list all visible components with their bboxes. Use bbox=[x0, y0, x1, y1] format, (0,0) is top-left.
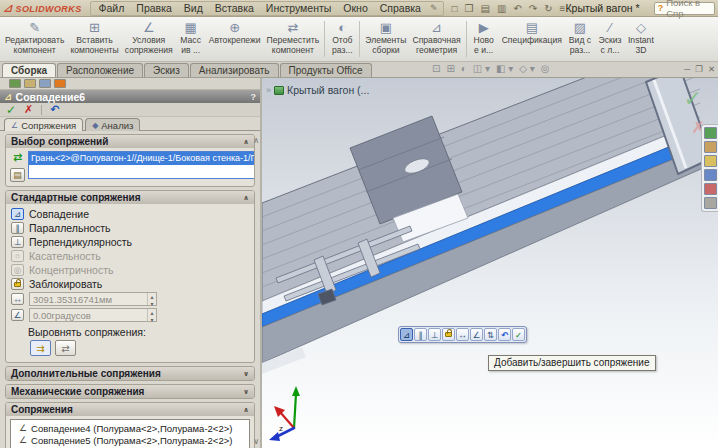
swap-alignment-icon[interactable]: ⇄ bbox=[13, 151, 22, 164]
tab-mates[interactable]: ∠ Сопряжения bbox=[4, 118, 83, 131]
coincident-button[interactable]: ⊿ bbox=[400, 328, 413, 341]
lock-button[interactable] bbox=[442, 328, 455, 341]
help-question-icon[interactable]: ? bbox=[251, 92, 257, 102]
rebuild-icon[interactable]: ↻ bbox=[544, 3, 552, 14]
tab-sketch[interactable]: Эскиз bbox=[144, 63, 189, 77]
mate-list-item[interactable]: ∠ Совпадение4 (Полурама<2>,Полурама-2<2>… bbox=[11, 422, 249, 434]
menu-tools[interactable]: Инструменты bbox=[260, 2, 337, 14]
undo-mate-button[interactable]: ↶ bbox=[498, 328, 511, 341]
advanced-mates-header[interactable]: Дополнительные сопряжения ∨ bbox=[6, 367, 254, 380]
tab-layout[interactable]: Расположение bbox=[57, 63, 143, 77]
configuration-manager-tab-icon[interactable] bbox=[39, 79, 51, 88]
help-search-box[interactable]: ? Поиск в Спр bbox=[654, 2, 715, 15]
menu-insert[interactable]: Вставка bbox=[209, 2, 260, 14]
edit-component-button[interactable]: ✎ Редактировать компонент bbox=[2, 18, 67, 60]
section-view-icon[interactable]: ◫ ▾ bbox=[473, 63, 490, 74]
redo-icon[interactable]: ↷ bbox=[529, 3, 537, 14]
feature-tree-flyout[interactable]: » Крытый вагон (... bbox=[266, 84, 369, 96]
close-icon[interactable]: ✕ bbox=[708, 64, 715, 74]
exploded-view-button[interactable]: ▨ Вид с раз... bbox=[565, 18, 595, 60]
task-pane-appearances-icon[interactable] bbox=[704, 183, 717, 195]
standard-mates-header[interactable]: Стандартные сопряжения ∧ bbox=[6, 191, 254, 204]
anti-aligned-button[interactable]: ⇄ bbox=[55, 340, 76, 356]
undo-icon[interactable]: ↶ bbox=[513, 3, 521, 14]
spin-down-icon[interactable]: ▾ bbox=[150, 300, 153, 307]
task-pane-view-palette-icon[interactable] bbox=[704, 169, 717, 181]
feature-tree-tab-icon[interactable] bbox=[9, 79, 21, 88]
mate-selections-header[interactable]: Выбор сопряжений ∧ bbox=[6, 135, 254, 148]
mate-button[interactable]: ∠ Условия сопряжения bbox=[122, 18, 176, 60]
tab-analysis[interactable]: ◆ Анализ bbox=[85, 118, 140, 131]
mate-type-lock[interactable]: Заблокировать bbox=[6, 277, 254, 291]
restore-icon[interactable]: ❐ bbox=[695, 64, 703, 74]
new-document-icon[interactable]: □ bbox=[452, 3, 458, 14]
spin-up-icon[interactable]: ▴ bbox=[150, 293, 153, 300]
spin-up-icon[interactable]: ▴ bbox=[150, 309, 153, 316]
instant3d-button[interactable]: ◇ Instant 3D bbox=[625, 18, 657, 60]
open-document-icon[interactable]: ❐ bbox=[465, 3, 474, 14]
distance-spinner[interactable]: ▴ ▾ bbox=[147, 293, 156, 305]
print-icon[interactable]: ▥ bbox=[497, 3, 506, 14]
panel-scroll-down-icon[interactable]: ∨ bbox=[253, 437, 259, 446]
mate-type-perpendicular[interactable]: ⊥ Перпендикулярность bbox=[6, 235, 254, 249]
reference-geometry-button[interactable]: ⊿ Справочная геометрия bbox=[409, 18, 463, 60]
multiple-mate-mode-button[interactable]: ▤ bbox=[10, 168, 25, 182]
new-motion-study-button[interactable]: ▶ Ново е и... bbox=[469, 18, 499, 60]
linear-component-pattern-button[interactable]: ▦ Масс ив ... bbox=[176, 18, 206, 60]
angle-spinner[interactable]: ▴ ▾ bbox=[147, 309, 156, 321]
mates-header[interactable]: Сопряжения ∧ bbox=[6, 403, 254, 416]
flip-alignment-button[interactable]: ⇅ bbox=[484, 328, 497, 341]
show-hidden-components-button[interactable]: ◐ Отоб раз... bbox=[327, 18, 357, 60]
tab-evaluate[interactable]: Анализировать bbox=[190, 63, 279, 77]
panel-scroll-up-icon[interactable]: ∧ bbox=[253, 136, 259, 145]
cancel-button[interactable]: ✗ bbox=[24, 103, 33, 116]
tab-office-products[interactable]: Продукты Office bbox=[280, 63, 372, 77]
mate-type-concentric[interactable]: ◎ Концентричность bbox=[6, 263, 254, 277]
mechanical-mates-header[interactable]: Механические сопряжения ∨ bbox=[6, 385, 254, 398]
task-pane-resources-icon[interactable] bbox=[704, 127, 717, 139]
zoom-area-icon[interactable]: ⊞ bbox=[446, 63, 454, 74]
mate-type-parallel[interactable]: ∥ Параллельность bbox=[6, 221, 254, 235]
previous-view-icon[interactable]: ◐ bbox=[461, 63, 467, 74]
zoom-fit-icon[interactable]: ⊡ bbox=[432, 63, 440, 74]
angle-field[interactable]: 0.00градусов ▴ ▾ bbox=[29, 308, 157, 322]
menu-view[interactable]: Вид bbox=[178, 2, 209, 14]
distance-field[interactable]: 3091.35316741мм ▴ ▾ bbox=[29, 292, 157, 306]
undo-button[interactable]: ↶ bbox=[50, 103, 59, 116]
mate-type-tangent[interactable]: ○ Касательность bbox=[6, 249, 254, 263]
aligned-button[interactable]: ⇉ bbox=[30, 340, 51, 356]
menu-edit[interactable]: Правка bbox=[130, 2, 177, 14]
graphics-area[interactable]: » Крытый вагон (... ✓ ✗ ⊿ ∥ ⊥ ↔ ∠ bbox=[262, 78, 718, 448]
tab-assembly[interactable]: Сборка bbox=[2, 63, 56, 77]
model-canvas[interactable] bbox=[262, 78, 716, 448]
mate-type-coincident[interactable]: ⊿ Совпадение bbox=[6, 207, 254, 221]
angle-button[interactable]: ∠ bbox=[470, 328, 483, 341]
save-icon[interactable]: ▤ bbox=[481, 3, 490, 14]
ok-button[interactable]: ✓ bbox=[6, 103, 16, 117]
distance-button[interactable]: ↔ bbox=[456, 328, 469, 341]
menu-help[interactable]: Справка bbox=[374, 2, 427, 14]
task-pane-design-library-icon[interactable] bbox=[704, 141, 717, 153]
mate-selections-box[interactable]: Грань<2>@Полувагон-1//Днище-1/Боковая ст… bbox=[28, 151, 255, 179]
menu-window[interactable]: Окно bbox=[337, 2, 373, 14]
hide-show-icon[interactable]: ◎ bbox=[541, 63, 550, 74]
bill-of-materials-button[interactable]: ▤ Спецификация bbox=[499, 18, 565, 60]
move-component-button[interactable]: ⇄ Переместить компонент bbox=[264, 18, 323, 60]
selected-entity[interactable]: Грань<2>@Полувагон-1//Днище-1/Боковая ст… bbox=[29, 152, 255, 165]
spin-down-icon[interactable]: ▾ bbox=[150, 316, 153, 323]
minimize-icon[interactable]: ─ bbox=[684, 64, 690, 74]
mate-list-item[interactable]: ∠ Совпадение5 (Полурама<2>,Полурама-2<2>… bbox=[11, 434, 249, 446]
task-pane-custom-properties-icon[interactable] bbox=[704, 197, 717, 209]
appearances-tab-icon[interactable] bbox=[54, 79, 66, 88]
view-orientation-icon[interactable]: ◧ ▾ bbox=[496, 63, 513, 74]
perpendicular-button[interactable]: ⊥ bbox=[428, 328, 441, 341]
parallel-button[interactable]: ∥ bbox=[414, 328, 427, 341]
insert-components-button[interactable]: ⊞ Вставить компоненты bbox=[67, 18, 121, 60]
display-style-icon[interactable]: ◇ ▾ bbox=[519, 63, 535, 74]
assembly-features-button[interactable]: ▣ Элементы сборки bbox=[362, 18, 409, 60]
task-pane-file-explorer-icon[interactable] bbox=[704, 155, 717, 167]
explode-line-sketch-button[interactable]: ∕ Эскиз с л... bbox=[595, 18, 625, 60]
smart-fasteners-button[interactable]: ⊕ Автокрепежи bbox=[206, 18, 264, 60]
flyout-expand-icon[interactable]: » bbox=[266, 85, 271, 95]
menu-file[interactable]: Файл bbox=[93, 2, 131, 14]
